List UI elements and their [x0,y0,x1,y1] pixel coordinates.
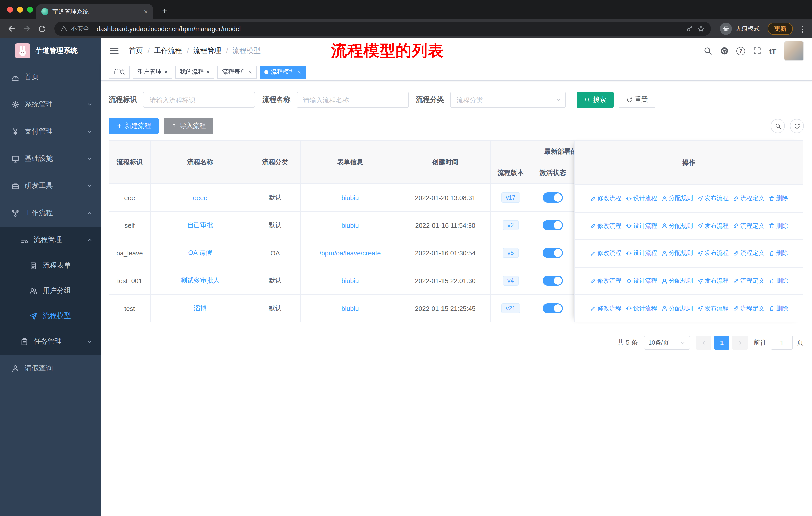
browser-menu-icon[interactable]: ⋮ [798,24,807,33]
delete-process-link[interactable]: 删除 [768,277,788,285]
design-process-link[interactable]: 设计流程 [626,277,657,285]
tag-close-icon[interactable]: × [206,69,210,75]
edit-process-link[interactable]: 修改流程 [590,194,621,203]
form-info-link[interactable]: biubiu [341,305,359,312]
back-button[interactable] [5,22,18,35]
user-avatar[interactable] [784,41,804,61]
minimize-window-button[interactable] [17,6,23,12]
refresh-table-button[interactable] [790,119,804,133]
design-process-link[interactable]: 设计流程 [626,249,657,258]
process-definition-link[interactable]: 流程定义 [733,277,764,285]
process-name-link[interactable]: 自己审批 [187,221,213,229]
next-page-button[interactable] [732,335,748,350]
edit-process-link[interactable]: 修改流程 [590,304,621,313]
password-key-icon[interactable] [686,25,694,32]
tag-home[interactable]: 首页 [109,65,130,78]
sidebar-item-infrastructure[interactable]: 基础设施 [0,145,101,172]
assign-rule-link[interactable]: 分配规则 [661,194,693,203]
status-toggle[interactable] [543,276,563,286]
zoom-window-button[interactable] [27,6,33,12]
tag-my-process[interactable]: 我的流程 × [175,65,214,78]
status-toggle[interactable] [543,248,563,258]
status-toggle[interactable] [543,220,563,230]
form-info-link[interactable]: biubiu [341,277,359,284]
breadcrumb-workflow[interactable]: 工作流程 [154,46,182,55]
process-name-input[interactable] [296,92,409,108]
sidebar-item-system[interactable]: 系统管理 [0,91,101,118]
version-badge[interactable]: v4 [503,276,518,286]
process-id-input[interactable] [143,92,255,108]
sidebar-item-process-model[interactable]: 流程模型 [0,303,101,329]
status-toggle[interactable] [543,303,563,314]
search-icon[interactable] [703,46,712,55]
security-label[interactable]: 不安全 [71,24,89,33]
process-name-link[interactable]: 测试多审批人 [180,277,220,284]
version-badge[interactable]: v5 [503,248,518,258]
publish-process-link[interactable]: 发布流程 [697,304,729,313]
process-name-link[interactable]: 滔博 [194,304,207,312]
sidebar-item-home[interactable]: 首页 [0,63,101,91]
page-size-select[interactable]: 10条/页 [644,335,690,350]
tab-close-icon[interactable]: × [144,8,148,15]
design-process-link[interactable]: 设计流程 [626,304,657,313]
help-icon[interactable]: ? [736,47,745,55]
goto-page-input[interactable] [771,335,793,350]
publish-process-link[interactable]: 发布流程 [697,194,729,203]
form-info-link[interactable]: biubiu [341,194,359,201]
create-process-button[interactable]: 新建流程 [109,118,158,134]
assign-rule-link[interactable]: 分配规则 [661,277,693,285]
version-badge[interactable]: v21 [501,303,520,314]
version-badge[interactable]: v2 [503,220,518,230]
fullscreen-icon[interactable] [753,46,762,55]
delete-process-link[interactable]: 删除 [768,194,788,203]
sidebar-item-process-management[interactable]: 流程管理 [0,227,101,253]
process-definition-link[interactable]: 流程定义 [733,194,764,203]
process-name-link[interactable]: eeee [193,194,207,201]
sidebar-item-devtools[interactable]: 研发工具 [0,172,101,199]
chrome-update-button[interactable]: 更新 [768,23,793,35]
sidebar-item-leave-query[interactable]: 请假查询 [0,355,101,382]
tag-process-model[interactable]: 流程模型 × [260,65,306,78]
delete-process-link[interactable]: 删除 [768,222,788,230]
tag-close-icon[interactable]: × [249,69,252,75]
url-text[interactable]: dashboard.yudao.iocoder.cn/bpm/manager/m… [97,25,241,32]
status-toggle[interactable] [543,192,563,202]
sidebar-item-workflow[interactable]: 工作流程 [0,199,101,227]
publish-process-link[interactable]: 发布流程 [697,249,729,258]
search-button[interactable]: 搜索 [577,92,614,108]
prev-page-button[interactable] [696,335,711,350]
sidebar-item-user-group[interactable]: 用户分组 [0,278,101,303]
publish-process-link[interactable]: 发布流程 [697,222,729,230]
design-process-link[interactable]: 设计流程 [626,222,657,230]
sidebar-item-payment[interactable]: 支付管理 [0,118,101,145]
tag-tenant-management[interactable]: 租户管理 × [133,65,172,78]
forward-button[interactable] [20,22,33,35]
reload-button[interactable] [35,22,48,35]
breadcrumb-process-management[interactable]: 流程管理 [193,46,222,55]
app-logo[interactable]: 芋道管理系统 [0,38,101,63]
form-info-link[interactable]: biubiu [341,221,359,229]
address-bar[interactable]: 不安全 dashboard.yudao.iocoder.cn/bpm/manag… [54,22,711,36]
version-badge[interactable]: v17 [501,192,520,202]
edit-process-link[interactable]: 修改流程 [590,277,621,285]
process-definition-link[interactable]: 流程定义 [733,304,764,313]
process-definition-link[interactable]: 流程定义 [733,249,764,258]
sidebar-item-task-management[interactable]: 任务管理 [0,329,101,355]
browser-tab[interactable]: 芋道管理系统 × [36,4,153,19]
assign-rule-link[interactable]: 分配规则 [661,222,693,230]
form-info-link[interactable]: /bpm/oa/leave/create [320,249,381,257]
sidebar-item-process-form[interactable]: 流程表单 [0,253,101,278]
assign-rule-link[interactable]: 分配规则 [661,304,693,313]
font-size-icon[interactable]: tT [769,47,776,55]
github-icon[interactable] [720,46,729,55]
delete-process-link[interactable]: 删除 [768,304,788,313]
new-tab-button[interactable]: + [158,4,171,18]
assign-rule-link[interactable]: 分配规则 [661,249,693,258]
design-process-link[interactable]: 设计流程 [626,194,657,203]
edit-process-link[interactable]: 修改流程 [590,249,621,258]
delete-process-link[interactable]: 删除 [768,249,788,258]
tag-close-icon[interactable]: × [164,69,168,75]
publish-process-link[interactable]: 发布流程 [697,277,729,285]
tag-close-icon[interactable]: × [297,69,301,75]
import-process-button[interactable]: 导入流程 [164,118,213,134]
